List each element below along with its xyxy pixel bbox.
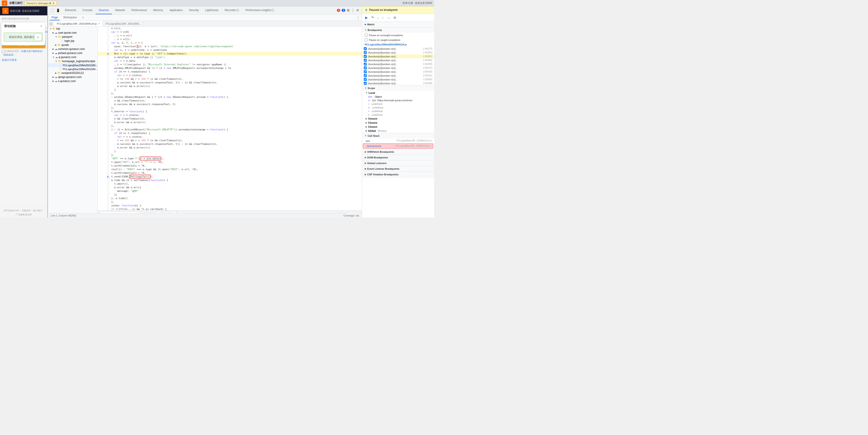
bp-item-active[interactable]: (function(e){function n(r){... 1:482961 bbox=[362, 55, 434, 58]
tab-security[interactable]: Security bbox=[186, 6, 202, 14]
tab-perf-insights[interactable]: Performance insights bbox=[242, 6, 277, 14]
slider-close-btn[interactable]: × bbox=[40, 24, 42, 28]
callstack-anonymous[interactable]: (anonymous) PCLogin@6ac20ff...015894124.… bbox=[363, 143, 433, 148]
scope-this[interactable]: this : Object bbox=[362, 95, 434, 99]
step-btn[interactable]: → bbox=[385, 15, 392, 21]
event-listeners-header[interactable]: ▶ Event Listener Breakpoints bbox=[362, 166, 434, 171]
other-login-label[interactable]: 其他方式登录 bbox=[2, 59, 17, 61]
bp-item-1[interactable]: (function(e){function n(r){... 1:463363 bbox=[362, 51, 434, 55]
tree-item-qimgs-qunarzz[interactable]: ▶ ☁ qimgs.qunarzz.com bbox=[48, 75, 97, 79]
scope-i[interactable]: i : undefined bbox=[362, 102, 434, 106]
scope-closure-2[interactable]: ▶ Closure bbox=[362, 121, 434, 125]
more-options-icon[interactable]: ⋮ bbox=[351, 8, 355, 12]
terms-link[interactable]: 《去哪儿用户服务协议》 bbox=[19, 50, 44, 53]
devtools-device-icon[interactable]: 📱 bbox=[55, 8, 61, 13]
scope-e[interactable]: e : {url: 'https://vercode.qunar.com/inn… bbox=[362, 99, 434, 102]
footer-link-partner[interactable]: 去旅合作 bbox=[22, 209, 31, 212]
pause-uncaught-checkbox[interactable] bbox=[365, 34, 368, 37]
bp-item-8[interactable]: (function(e){function n(r){... 1:505363 bbox=[362, 77, 434, 81]
tree-item-s-qunarzz[interactable]: ▶ ☁ s.qunarzz.com bbox=[48, 79, 97, 83]
step-out-btn[interactable]: ↑ bbox=[381, 15, 385, 21]
close-devtools-icon[interactable]: ✕ bbox=[356, 8, 359, 12]
bp-item-6[interactable]: (function(e){function n(r){... 1:504293 bbox=[362, 70, 434, 74]
slider-handle[interactable]: » bbox=[34, 33, 42, 41]
scope-n[interactable]: n : undefined bbox=[362, 106, 434, 109]
watch-header[interactable]: ▶ Watch bbox=[362, 22, 434, 27]
tree-item-wza[interactable]: ▶ 📁 wza/prd/20220112 bbox=[48, 71, 97, 75]
step-over-btn[interactable]: ↷ bbox=[370, 15, 375, 21]
warning-badge: 5 bbox=[342, 9, 345, 12]
bp-item-5[interactable]: (function(e){function n(r){... 1:504175 bbox=[362, 66, 434, 70]
file-tab-close[interactable]: ✕ bbox=[98, 22, 100, 25]
bp-item-9[interactable]: (function(e){function n(r){... 1:505480 bbox=[362, 81, 434, 85]
resume-btn[interactable]: ▶ bbox=[364, 15, 369, 21]
tree-item-q-qunarzz[interactable]: ▼ ☁ q.qunarzz.com bbox=[48, 55, 97, 59]
step-into-btn[interactable]: ↓ bbox=[376, 15, 380, 21]
tab-network[interactable]: Network bbox=[112, 6, 128, 14]
privacy-link[interactable]: 《隐私政策》 bbox=[2, 53, 16, 57]
tab-sources[interactable]: Sources bbox=[96, 6, 112, 14]
tree-item-login-jsp[interactable]: 📄 login.jsp bbox=[48, 39, 97, 43]
paused-label: Paused on breakpoint bbox=[369, 8, 398, 11]
footer-link-about[interactable]: 关于Qunar.com bbox=[4, 209, 19, 212]
tree-item-pclogin-1[interactable]: 📄 PCLogin@6ac20ffeb2501589... bbox=[48, 63, 97, 67]
scope-closure-3[interactable]: ▶ Closure bbox=[362, 125, 434, 129]
scope-global[interactable]: ▶ Global Window bbox=[362, 129, 434, 133]
header-nav-login[interactable]: 登录/注册 bbox=[10, 9, 21, 13]
footer-link-join[interactable]: 加入我们 bbox=[33, 209, 42, 212]
code-toggle-icon[interactable]: { } bbox=[48, 22, 54, 25]
tree-item-user-qunar[interactable]: ▶ ☁ user.qunar.com bbox=[48, 31, 97, 35]
tree-item-common-qunarzz[interactable]: ▶ ☁ common.qunarzz.com bbox=[48, 47, 97, 51]
callstack-ajax[interactable]: ajax PCLogin@6ac20ff...015894124.js:1 bbox=[362, 138, 434, 143]
tab-application[interactable]: Application bbox=[166, 6, 186, 14]
global-listeners-header[interactable]: ▶ Global Listeners bbox=[362, 161, 434, 166]
tree-item-picbed-qunarzz[interactable]: ▶ ☁ picbed.qunarzz.com bbox=[48, 51, 97, 55]
breakpoints-header[interactable]: ▼ Breakpoints bbox=[362, 27, 434, 33]
svg-point-4 bbox=[237, 9, 239, 11]
header-nav-access[interactable]: 适老化及无障碍 bbox=[22, 9, 39, 13]
bp-item-7[interactable]: (function(e){function n(r){... 1:505331 bbox=[362, 74, 434, 77]
bp-item-4[interactable]: (function(e){function n(r){... 1:502695 bbox=[362, 62, 434, 66]
site-nav-accessibility[interactable]: 适老化及无障碍 bbox=[415, 1, 432, 5]
scope-r[interactable]: r : undefined bbox=[362, 109, 434, 113]
tree-item-pclogin-2[interactable]: 📄 PCLogin@6ac20ffeb2501589... bbox=[48, 67, 97, 71]
xhr-header[interactable]: ▶ XHR/fetch Breakpoints bbox=[362, 149, 434, 155]
add-source-icon[interactable]: ⋮ bbox=[356, 15, 360, 20]
tab-elements[interactable]: Elements bbox=[62, 6, 80, 14]
scope-closure-1[interactable]: ▶ Closure bbox=[362, 116, 434, 121]
tree-item-homepage-login[interactable]: ▼ 📁 homepage_login/prd/scripts bbox=[48, 59, 97, 63]
file-tab-2[interactable]: PCLogin@6ac20ff...25015895... bbox=[103, 21, 144, 27]
devtools-inspect-icon[interactable]: ⛶ bbox=[50, 8, 55, 13]
code-content[interactable]: - n.t(c), - var r = n(0) - bbox=[98, 27, 362, 210]
tree-item-passport[interactable]: ▼ 📁 passport bbox=[48, 35, 97, 39]
tree-item-qcode[interactable]: ▶ 📁 qcode bbox=[48, 43, 97, 47]
subtab-page[interactable]: Page bbox=[50, 15, 60, 20]
tab-console[interactable]: Console bbox=[80, 6, 96, 14]
tab-performance[interactable]: Performance bbox=[128, 6, 150, 14]
callstack-header[interactable]: ▼ Call Stack bbox=[362, 133, 434, 138]
bp-item-3[interactable]: (function(e){function n(r){... 1:483992 bbox=[362, 58, 434, 62]
pause-caught-checkbox[interactable] bbox=[365, 38, 368, 41]
scope-t[interactable]: t : undefined bbox=[362, 113, 434, 116]
settings-icon[interactable]: ⚙ bbox=[347, 8, 350, 12]
site-nav-register[interactable]: 登录/注册 bbox=[402, 1, 413, 5]
tree-item-top[interactable]: ▼ 📁 top bbox=[48, 27, 97, 31]
csp-header[interactable]: ▶ CSP Violation Breakpoints bbox=[362, 172, 434, 177]
scope-local-header[interactable]: ▼ Local bbox=[362, 91, 434, 95]
footer-link-ads[interactable]: 广告服务及法律 bbox=[16, 213, 32, 216]
file-tab-active[interactable]: PCLogin@6ac20ff...25015894124.js ✕ bbox=[54, 21, 103, 27]
tab-recorder[interactable]: Recorder bbox=[222, 6, 242, 14]
subtab-workspace[interactable]: Workspace bbox=[62, 15, 79, 20]
subtab-more[interactable]: » bbox=[81, 15, 86, 20]
bp-item-0[interactable]: (function(e){function n(r){... 1:463175 bbox=[362, 47, 434, 51]
agree-checkbox[interactable] bbox=[2, 50, 5, 53]
tab-lighthouse[interactable]: Lighthouse bbox=[202, 6, 222, 14]
dom-header[interactable]: ▶ DOM Breakpoints bbox=[362, 155, 434, 160]
sources-subtabs: Page Workspace » ⋮ bbox=[48, 14, 362, 21]
site-footer: 关于Qunar.com | 去旅合作 | 加入我们 | 广告服务及法律 bbox=[0, 207, 47, 218]
error-badge: 3 bbox=[337, 9, 341, 12]
tab-memory[interactable]: Memory bbox=[150, 6, 166, 14]
scope-header[interactable]: ▼ Scope bbox=[362, 86, 434, 91]
svg-text:去: 去 bbox=[4, 2, 6, 4]
deactivate-breakpoints-btn[interactable]: ⊘ bbox=[392, 15, 398, 21]
